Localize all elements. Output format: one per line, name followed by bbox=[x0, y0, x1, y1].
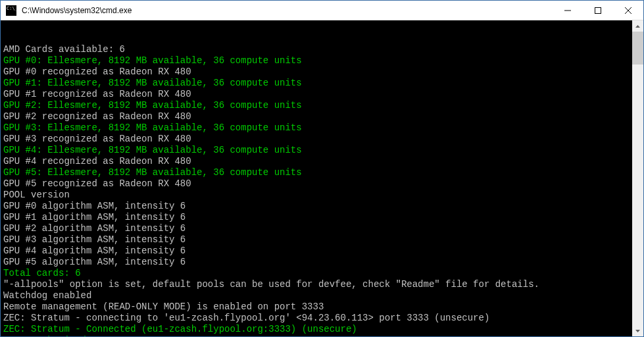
console-line: GPU #2 algorithm ASM, intensity 6 bbox=[3, 223, 641, 234]
console-line: POOL version bbox=[3, 190, 641, 201]
console-line: GPU #4 recognized as Radeon RX 480 bbox=[3, 156, 641, 167]
console-line: GPU #5 recognized as Radeon RX 480 bbox=[3, 178, 641, 190]
window-title: C:\Windows\system32\cmd.exe bbox=[20, 6, 553, 15]
scroll-thumb[interactable] bbox=[632, 32, 643, 65]
console-line: GPU #1 algorithm ASM, intensity 6 bbox=[3, 212, 641, 223]
scroll-track[interactable] bbox=[632, 32, 643, 325]
scroll-down-button[interactable] bbox=[632, 325, 643, 336]
console-line: GPU #3: Ellesmere, 8192 MB available, 36… bbox=[3, 122, 641, 134]
console-line: ZEC: Authorized bbox=[3, 335, 641, 336]
console-line: GPU #0: Ellesmere, 8192 MB available, 36… bbox=[3, 55, 641, 66]
svg-marker-5 bbox=[635, 330, 640, 332]
console-output[interactable]: AMD Cards available: 6GPU #0: Ellesmere,… bbox=[1, 20, 643, 336]
console-line: GPU #0 recognized as Radeon RX 480 bbox=[3, 66, 641, 78]
minimize-icon bbox=[564, 7, 571, 14]
maximize-button[interactable] bbox=[583, 1, 613, 20]
scroll-up-button[interactable] bbox=[632, 20, 643, 32]
console-line: ZEC: Stratum - connecting to 'eu1-zcash.… bbox=[3, 313, 641, 324]
console-line: GPU #2 recognized as Radeon RX 480 bbox=[3, 111, 641, 122]
titlebar[interactable]: C:\Windows\system32\cmd.exe bbox=[1, 1, 643, 20]
console-line: ZEC: Stratum - Connected (eu1-zcash.flyp… bbox=[3, 324, 641, 335]
console-line: GPU #3 recognized as Radeon RX 480 bbox=[3, 134, 641, 145]
console-line: Total cards: 6 bbox=[3, 268, 641, 279]
chevron-up-icon bbox=[635, 25, 640, 28]
svg-marker-4 bbox=[635, 25, 640, 28]
svg-rect-1 bbox=[595, 7, 601, 13]
console-line: GPU #2: Ellesmere, 8192 MB available, 36… bbox=[3, 100, 641, 111]
console-line: Watchdog enabled bbox=[3, 290, 641, 301]
console-line: Remote management (READ-ONLY MODE) is en… bbox=[3, 301, 641, 313]
console-line: GPU #1: Ellesmere, 8192 MB available, 36… bbox=[3, 78, 641, 89]
console-line: GPU #5: Ellesmere, 8192 MB available, 36… bbox=[3, 167, 641, 178]
chevron-down-icon bbox=[635, 330, 640, 332]
console-line: GPU #0 algorithm ASM, intensity 6 bbox=[3, 201, 641, 212]
console-line: GPU #1 recognized as Radeon RX 480 bbox=[3, 89, 641, 100]
console-line: GPU #4 algorithm ASM, intensity 6 bbox=[3, 246, 641, 257]
console-line: GPU #5 algorithm ASM, intensity 6 bbox=[3, 257, 641, 268]
window-controls bbox=[553, 1, 643, 20]
console-line: AMD Cards available: 6 bbox=[3, 44, 641, 55]
cmd-icon bbox=[6, 5, 16, 16]
cmd-window: C:\Windows\system32\cmd.exe AMD Cards av… bbox=[0, 0, 644, 337]
maximize-icon bbox=[595, 7, 601, 14]
vertical-scrollbar[interactable] bbox=[632, 20, 643, 336]
close-button[interactable] bbox=[613, 1, 643, 20]
console-line: "-allpools" option is set, default pools… bbox=[3, 279, 641, 290]
minimize-button[interactable] bbox=[553, 1, 583, 20]
console-line: GPU #3 algorithm ASM, intensity 6 bbox=[3, 234, 641, 246]
close-icon bbox=[625, 7, 632, 14]
console-line: GPU #4: Ellesmere, 8192 MB available, 36… bbox=[3, 145, 641, 156]
